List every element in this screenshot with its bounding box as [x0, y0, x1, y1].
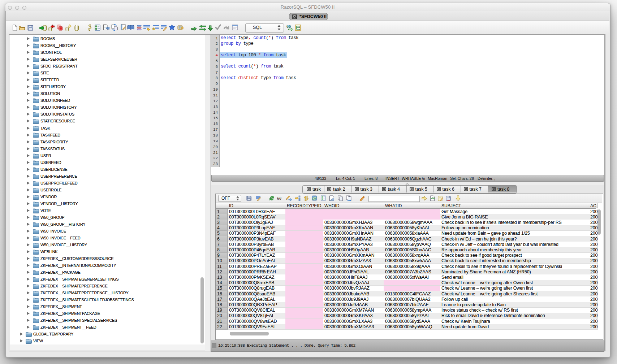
svg-text:66: 66 [277, 196, 281, 201]
svg-text:66: 66 [286, 24, 291, 29]
